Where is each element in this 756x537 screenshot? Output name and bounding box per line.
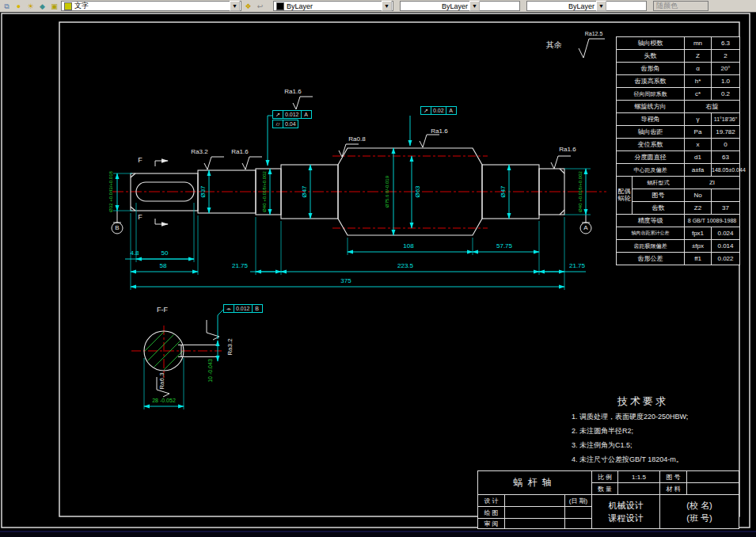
tech-req-line: 4. 未注尺寸公差按GB/T 18204-m。 — [572, 455, 742, 465]
ra1-6-shaft-left: Ra1.6 — [231, 149, 248, 155]
circular-runout-frame-worm: ↗0.02A — [421, 106, 457, 115]
dim-keyway-depth-tol: 28 -0.052 — [152, 398, 176, 403]
layer-previous-icon[interactable]: ↩ — [255, 2, 265, 11]
param-name: 变位系数 — [617, 139, 685, 151]
reviewed-value — [504, 518, 565, 529]
param-symbol: ±fpx — [685, 240, 712, 253]
ra1-6-bearing-left: Ra1.6 — [284, 89, 301, 95]
param-value: 右旋 — [685, 101, 740, 113]
param-name: 中心距及偏差 — [617, 164, 685, 177]
dim-dia47-left: Ø47 — [302, 185, 308, 197]
bottom-edge — [0, 531, 756, 537]
tech-req-line: 2. 未注圆角半径R2; — [572, 426, 742, 436]
symmetry-frame-keyway: ⌯0.012B — [224, 304, 263, 313]
param-symbol: Z — [685, 50, 712, 63]
drawing-canvas[interactable]: 轴向模数mn6.3头数Z2齿形角α20°齿顶高系数h*1.0径向间隙系数c*0.… — [0, 13, 756, 537]
layer-thaw-sun-icon[interactable]: ☀ — [25, 2, 36, 11]
param-name: 轴向齿距累计公差 — [617, 227, 685, 240]
drawing-no-label: 图 号 — [659, 470, 687, 483]
frame-cell: 0.012 — [283, 110, 302, 119]
param-symbol: d1 — [685, 151, 712, 164]
date-label: (日 期) — [564, 494, 592, 507]
chevron-down-icon[interactable]: ▼ — [469, 1, 480, 11]
qty-value — [617, 482, 660, 495]
param-symbol: h* — [685, 75, 712, 88]
dim-dia75-6-tol: Ø75.6 0/-0.019 — [385, 176, 389, 208]
ra1-6-bearing-right: Ra1.6 — [559, 147, 576, 153]
param-name: 图号 — [633, 189, 685, 202]
circular-runout-frame-left: ↗0.012A — [273, 110, 312, 119]
ra3-2-keyway-section: Ra3.2 — [227, 338, 234, 355]
color-combo[interactable]: ByLayer ▼ — [273, 1, 393, 11]
chevron-down-icon[interactable]: ▼ — [382, 1, 392, 11]
param-name: 导程角 — [617, 113, 685, 126]
param-value: 19.782 — [712, 126, 740, 139]
layer-manager-icon[interactable]: ⧉ — [2, 2, 12, 11]
param-symbol: α — [685, 63, 712, 75]
param-name: 径向间隙系数 — [617, 88, 685, 101]
param-name: 轴向齿距 — [617, 126, 685, 139]
param-name: 齿形角 — [617, 63, 685, 75]
tech-req-line: 3. 未注倒角为C1.5; — [572, 440, 742, 451]
param-symbol: c* — [685, 88, 712, 101]
param-name: 齿数 — [633, 202, 685, 215]
param-symbol: Pa — [685, 126, 712, 139]
section-label-ff: F-F — [157, 307, 168, 314]
param-name: 头数 — [617, 50, 685, 63]
datum-label-b: B — [115, 225, 119, 231]
chevron-down-icon[interactable]: ▼ — [230, 1, 240, 11]
linetype-combo[interactable]: ByLayer ▼ — [400, 1, 520, 11]
param-symbol: fpx1 — [685, 227, 712, 240]
dim-223-5: 223.5 — [397, 263, 413, 269]
param-value — [712, 189, 740, 202]
ra3-2-shaft: Ra3.2 — [191, 149, 207, 155]
param-value: 8 GB/T 10089-1988 — [685, 215, 740, 227]
scale-value: 1:1.5 — [617, 470, 660, 483]
reviewed-date-value — [564, 518, 592, 529]
dim-50: 50 — [161, 250, 169, 257]
chevron-down-icon[interactable]: ▼ — [596, 1, 606, 11]
param-symbol: No — [685, 189, 712, 202]
drawing-no-value — [686, 470, 739, 483]
frame-cell: A — [301, 110, 312, 119]
ra12-5-other: Ra12.5 — [585, 31, 603, 36]
ra0-8-worm: Ra0.8 — [348, 136, 365, 143]
ra1-6-worm: Ra1.6 — [431, 128, 447, 135]
dim-dia37: Ø37 — [200, 185, 207, 197]
lineweight-combo[interactable]: ByLayer ▼ — [526, 1, 647, 11]
dim-keyway-width-tol: 10 -0.043 — [207, 359, 213, 383]
dim-dia47-right: Ø47 — [500, 185, 507, 197]
scale-label: 比 例 — [591, 470, 618, 483]
part-name: 蜗杆轴 — [477, 470, 592, 495]
frame-cell: 0.04 — [283, 120, 298, 128]
param-symbol: ff1 — [685, 253, 712, 265]
param-value: 63 — [712, 151, 740, 164]
layer-color-swatch-icon[interactable]: ▣ — [49, 2, 59, 11]
param-name: 齿形公差 — [617, 253, 685, 265]
dim-375: 375 — [340, 278, 351, 284]
param-symbol: a±fa — [685, 164, 712, 177]
reviewed-label: 审 阅 — [477, 518, 505, 529]
param-value: 1.0 — [712, 75, 740, 88]
color-swatch-icon — [276, 2, 284, 10]
param-value: 0.024 — [712, 227, 740, 240]
param-value: 6.3 — [712, 37, 740, 50]
layer-combo[interactable]: 文字 ▼ — [61, 1, 241, 11]
dim-108: 108 — [403, 243, 413, 249]
frame-cell: ⌭ — [272, 120, 283, 128]
dim-58: 58 — [160, 263, 167, 269]
param-symbol: Z2 — [685, 202, 712, 215]
layer-on-bulb-icon[interactable]: ● — [13, 2, 24, 11]
frame-cell: ↗ — [272, 110, 283, 119]
param-value: 37 — [712, 202, 740, 215]
dim-dia40-left-tol: Ø40 +0.018/+0.002 — [262, 171, 267, 212]
param-group-label: 配偶蜗轮 — [617, 177, 633, 215]
dim-4-8: 4.8 — [130, 250, 139, 257]
make-layer-current-icon[interactable]: ❖ — [243, 2, 253, 11]
layer-lock-icon[interactable]: ◆ — [37, 2, 47, 11]
worm-parameters-table: 轴向模数mn6.3头数Z2齿形角α20°齿顶高系数h*1.0径向间隙系数c*0.… — [616, 36, 740, 265]
param-value: 0.2 — [712, 88, 740, 101]
param-value: 0.014 — [712, 240, 740, 253]
drawn-value — [504, 506, 565, 519]
school-class: (校 名)(班 号) — [659, 494, 739, 529]
